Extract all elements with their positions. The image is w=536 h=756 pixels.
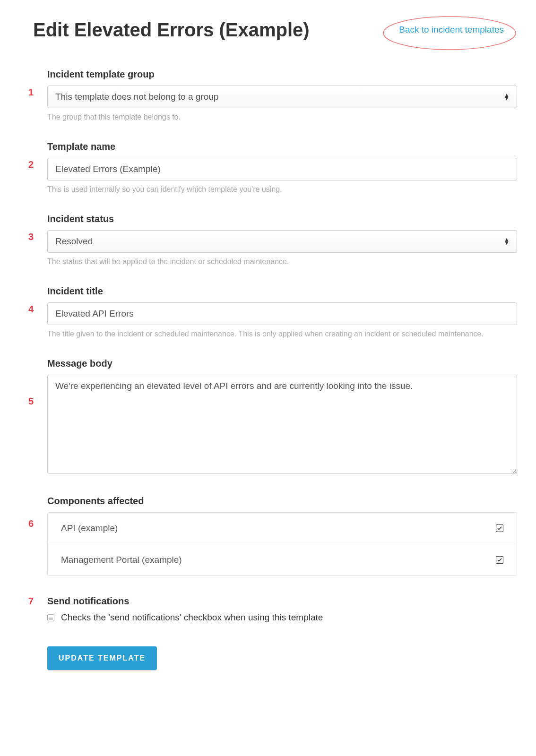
notifications-label: Send notifications bbox=[47, 596, 517, 607]
back-to-templates-link[interactable]: Back to incident templates bbox=[399, 25, 504, 34]
template-name-input[interactable] bbox=[47, 158, 517, 180]
component-row[interactable]: Management Portal (example) bbox=[48, 544, 517, 576]
send-notifications-checkbox[interactable] bbox=[47, 614, 54, 621]
update-template-button[interactable]: UPDATE TEMPLATE bbox=[47, 646, 157, 670]
incident-status-value: Resolved bbox=[48, 231, 517, 252]
template-group-select[interactable]: This template does not belong to a group… bbox=[47, 86, 517, 108]
message-body-label: Message body bbox=[47, 358, 517, 369]
template-group-label: Incident template group bbox=[47, 69, 517, 80]
annotation-marker-4: 4 bbox=[28, 286, 47, 315]
annotation-marker-2: 2 bbox=[28, 141, 47, 170]
incident-status-help: The status that will be applied to the i… bbox=[47, 258, 517, 266]
incident-title-label: Incident title bbox=[47, 286, 517, 297]
send-notifications-text: Checks the 'send notifications' checkbox… bbox=[61, 612, 323, 623]
incident-status-select[interactable]: Resolved ▲▼ bbox=[47, 230, 517, 253]
incident-title-help: The title given to the incident or sched… bbox=[47, 330, 517, 338]
template-group-help: The group that this template belongs to. bbox=[47, 113, 517, 121]
template-name-label: Template name bbox=[47, 141, 517, 152]
component-name: API (example) bbox=[61, 523, 118, 533]
page-title: Edit Elevated Errors (Example) bbox=[33, 19, 310, 41]
template-name-help: This is used internally so you can ident… bbox=[47, 185, 517, 194]
annotation-marker-5: 5 bbox=[28, 358, 47, 407]
annotation-marker-6: 6 bbox=[28, 496, 47, 529]
back-link-highlight: Back to incident templates bbox=[386, 19, 517, 41]
annotation-marker-3: 3 bbox=[28, 214, 47, 242]
incident-status-label: Incident status bbox=[47, 214, 517, 224]
select-arrows-icon: ▲▼ bbox=[504, 94, 510, 100]
components-list: API (example) Management Portal (example… bbox=[47, 512, 517, 576]
checkbox-checked-icon[interactable] bbox=[496, 556, 503, 564]
select-arrows-icon: ▲▼ bbox=[504, 238, 510, 245]
checkbox-checked-icon[interactable] bbox=[496, 524, 503, 532]
annotation-marker-1: 1 bbox=[28, 69, 47, 98]
incident-title-input[interactable] bbox=[47, 302, 517, 325]
component-name: Management Portal (example) bbox=[61, 555, 182, 565]
component-row[interactable]: API (example) bbox=[48, 513, 517, 544]
template-group-value: This template does not belong to a group bbox=[48, 86, 517, 108]
message-body-textarea[interactable] bbox=[47, 375, 517, 474]
annotation-marker-7: 7 bbox=[28, 596, 47, 607]
components-label: Components affected bbox=[47, 496, 517, 507]
